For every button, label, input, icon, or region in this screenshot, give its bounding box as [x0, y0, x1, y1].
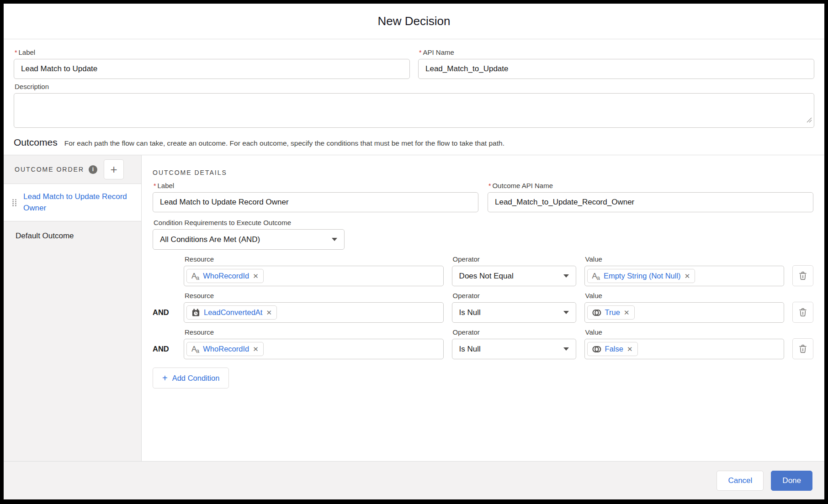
- boolean-toggle-icon: [592, 309, 601, 317]
- condition-requirements-select[interactable]: All Conditions Are Met (AND): [153, 229, 345, 250]
- remove-icon[interactable]: ✕: [627, 346, 633, 352]
- outcome-order-title: OUTCOME ORDER: [15, 166, 84, 173]
- outcomes-body: OUTCOME ORDER i + Lead Match to Update R…: [4, 155, 824, 461]
- api-name-field-label: *API Name: [419, 48, 814, 56]
- condition-row: ANDResourceLeadConvertedAt✕OperatorIs Nu…: [153, 292, 813, 323]
- value-combobox[interactable]: True✕: [584, 302, 784, 323]
- operator-value: Does Not Equal: [459, 272, 514, 281]
- modal-header: New Decision: [4, 4, 824, 39]
- resource-pill[interactable]: AaWhoRecordId✕: [186, 269, 264, 283]
- outcome-details-panel: OUTCOME DETAILS *Label *Outcome API Name…: [142, 155, 824, 461]
- delete-condition-button[interactable]: [792, 265, 813, 286]
- info-icon[interactable]: i: [89, 165, 97, 174]
- value-pill[interactable]: AaEmpty String (Not Null)✕: [587, 269, 695, 283]
- required-asterisk: *: [488, 182, 491, 189]
- date-time-icon: [191, 308, 200, 317]
- trash-icon: [799, 344, 807, 353]
- resource-pill-label: WhoRecordId: [203, 345, 249, 353]
- label-input[interactable]: [14, 59, 410, 79]
- operator-column-label: Operator: [453, 328, 576, 336]
- operator-column-label: Operator: [453, 292, 576, 299]
- trash-icon: [799, 271, 807, 280]
- value-pill[interactable]: False✕: [587, 342, 638, 356]
- condition-logic-label: AND: [153, 345, 175, 359]
- plus-icon: +: [162, 373, 168, 383]
- required-asterisk: *: [15, 49, 17, 56]
- outcome-order-item[interactable]: Lead Match to Update Record Owner: [4, 184, 141, 221]
- required-asterisk: *: [154, 182, 156, 189]
- modal-title: New Decision: [378, 14, 451, 28]
- value-pill-label: Empty String (Not Null): [604, 272, 681, 280]
- resource-column-label: Resource: [185, 292, 444, 299]
- remove-icon[interactable]: ✕: [624, 309, 630, 316]
- api-name-input[interactable]: [418, 59, 814, 79]
- resource-pill-label: WhoRecordId: [203, 272, 249, 280]
- resource-combobox[interactable]: AaWhoRecordId✕: [184, 266, 444, 286]
- operator-value: Is Null: [459, 345, 481, 354]
- outcome-order-panel: OUTCOME ORDER i + Lead Match to Update R…: [4, 155, 142, 461]
- condition-row: ANDResourceAaWhoRecordId✕OperatorIs Null…: [153, 328, 813, 359]
- operator-column-label: Operator: [453, 255, 576, 263]
- drag-handle-icon[interactable]: [12, 199, 17, 207]
- outcome-order-list: Lead Match to Update Record OwnerDefault…: [4, 184, 141, 251]
- done-button[interactable]: Done: [771, 471, 812, 491]
- outcome-label-input[interactable]: [153, 192, 478, 212]
- value-combobox[interactable]: AaEmpty String (Not Null)✕: [584, 266, 784, 286]
- text-type-icon: Aa: [191, 345, 199, 353]
- outcome-order-header: OUTCOME ORDER i +: [4, 155, 141, 184]
- condition-requirements-label: Condition Requirements to Execute Outcom…: [154, 219, 813, 226]
- outcome-order-item[interactable]: Default Outcome: [4, 221, 141, 251]
- delete-condition-button[interactable]: [792, 302, 813, 323]
- value-column-label: Value: [585, 328, 784, 336]
- decision-form: *Label *API Name Description: [4, 39, 824, 128]
- delete-condition-button[interactable]: [792, 338, 813, 359]
- condition-row: ResourceAaWhoRecordId✕OperatorDoes Not E…: [153, 255, 813, 286]
- value-combobox[interactable]: False✕: [584, 339, 784, 359]
- add-condition-button[interactable]: + Add Condition: [153, 368, 229, 388]
- description-field-label: Description: [15, 83, 814, 90]
- operator-select[interactable]: Is Null: [452, 302, 576, 323]
- text-type-icon: Aa: [592, 272, 600, 280]
- value-column-label: Value: [585, 255, 784, 263]
- outcome-api-name-input[interactable]: [488, 192, 813, 212]
- label-field-label: *Label: [15, 48, 410, 56]
- screenshot-frame: New Decision *Label *API Name Descriptio…: [0, 0, 828, 504]
- resource-pill[interactable]: LeadConvertedAt✕: [186, 305, 277, 320]
- resource-pill-label: LeadConvertedAt: [204, 308, 262, 317]
- required-asterisk: *: [419, 49, 421, 56]
- resource-combobox[interactable]: LeadConvertedAt✕: [184, 302, 444, 323]
- remove-icon[interactable]: ✕: [266, 309, 272, 316]
- operator-value: Is Null: [459, 308, 481, 317]
- outcome-label-field-label: *Label: [154, 182, 478, 189]
- outcomes-description: For each path the flow can take, create …: [64, 139, 504, 147]
- resource-pill[interactable]: AaWhoRecordId✕: [186, 342, 264, 356]
- add-outcome-button[interactable]: +: [104, 159, 124, 179]
- outcomes-heading-row: Outcomes For each path the flow can take…: [4, 128, 824, 155]
- resource-column-label: Resource: [185, 328, 444, 336]
- description-textarea[interactable]: [14, 93, 814, 128]
- cancel-button[interactable]: Cancel: [717, 471, 764, 491]
- modal-footer: Cancel Done: [4, 461, 824, 499]
- resource-column-label: Resource: [185, 255, 444, 263]
- chevron-down-icon: [563, 311, 569, 314]
- value-pill[interactable]: True✕: [587, 305, 635, 320]
- chevron-down-icon: [563, 347, 569, 351]
- outcomes-heading: Outcomes: [14, 137, 58, 148]
- remove-icon[interactable]: ✕: [253, 273, 259, 279]
- operator-select[interactable]: Is Null: [452, 339, 576, 359]
- chevron-down-icon: [332, 238, 337, 241]
- value-pill-label: False: [605, 345, 623, 353]
- outcome-item-label: Default Outcome: [16, 231, 74, 240]
- condition-requirements-value: All Conditions Are Met (AND): [160, 235, 260, 244]
- remove-icon[interactable]: ✕: [685, 273, 690, 279]
- condition-rows: ResourceAaWhoRecordId✕OperatorDoes Not E…: [153, 255, 813, 359]
- outcome-api-field-label: *Outcome API Name: [488, 182, 813, 189]
- condition-logic-label: AND: [153, 308, 175, 323]
- operator-select[interactable]: Does Not Equal: [452, 266, 576, 286]
- outcome-item-label: Lead Match to Update Record Owner: [23, 191, 134, 214]
- condition-logic-label: [153, 280, 175, 286]
- remove-icon[interactable]: ✕: [253, 346, 259, 352]
- value-column-label: Value: [585, 292, 784, 299]
- resource-combobox[interactable]: AaWhoRecordId✕: [184, 339, 444, 359]
- value-pill-label: True: [605, 308, 620, 317]
